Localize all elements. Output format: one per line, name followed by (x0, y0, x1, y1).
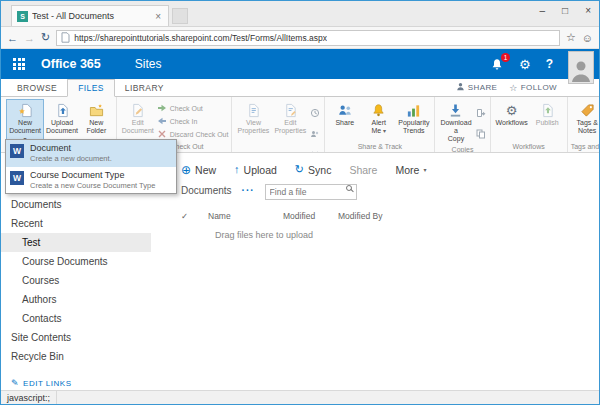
column-header-name[interactable]: Name (208, 211, 283, 221)
share-link[interactable]: SHARE (456, 82, 498, 93)
send-to-icon[interactable] (476, 104, 486, 122)
check-out-button[interactable]: Check Out (157, 103, 229, 114)
browser-status-bar: javascript:; (1, 390, 599, 404)
sidebar-item-authors[interactable]: Authors (1, 290, 151, 309)
column-header-modified-by[interactable]: Modified By (338, 211, 382, 221)
edit-properties-button[interactable]: EditProperties (272, 99, 308, 136)
tab-library[interactable]: LIBRARY (115, 79, 174, 96)
close-button[interactable]: × (585, 5, 591, 16)
search-input[interactable] (265, 184, 357, 200)
sidebar-item-recycle-bin[interactable]: Recycle Bin (1, 347, 151, 366)
edit-properties-icon (283, 102, 298, 118)
workflows-button[interactable]: ⚙ Workflows (494, 99, 530, 128)
edit-links-button[interactable]: ✎ EDIT LINKS (1, 378, 151, 388)
tab-files[interactable]: FILES (67, 79, 115, 97)
tab-title: Test - All Documents (32, 11, 149, 21)
sidebar-item-courses[interactable]: Courses (1, 271, 151, 290)
sidebar-item-recent[interactable]: Recent (1, 214, 151, 233)
version-history-icon[interactable] (310, 104, 320, 122)
url-field[interactable]: https://sharepointtutorials.sharepoint.c… (56, 30, 560, 46)
address-bar: ← → ↻ https://sharepointtutorials.sharep… (1, 27, 599, 49)
sites-link[interactable]: Sites (135, 57, 162, 71)
browser-tab[interactable]: S Test - All Documents × (11, 5, 169, 26)
list-header-row: ✓ Name Modified Modified By (181, 211, 593, 221)
menu-item-course-document-type[interactable]: W Course Document Type Create a new Cour… (6, 167, 176, 194)
view-properties-button[interactable]: ViewProperties (235, 99, 271, 136)
delete-document-icon[interactable] (310, 146, 320, 153)
favorites-star-icon[interactable]: ☆ (566, 31, 576, 44)
shared-with-icon[interactable] (310, 125, 320, 143)
user-avatar[interactable] (568, 51, 594, 84)
sidebar-item-documents[interactable]: Documents (1, 195, 151, 214)
sidebar-item-site-contents[interactable]: Site Contents (1, 328, 151, 347)
minimize-button[interactable]: – (540, 5, 546, 16)
check-in-button[interactable]: Check In (157, 116, 229, 127)
share-toolbar-button[interactable]: Share (349, 164, 377, 176)
sidebar-item-test[interactable]: Test (1, 233, 151, 252)
tab-close-icon[interactable]: × (153, 11, 163, 22)
office365-brand[interactable]: Office 365 (41, 57, 101, 71)
popularity-trends-button[interactable]: PopularityTrends (396, 99, 431, 136)
sync-button[interactable]: ↻ Sync (295, 164, 332, 176)
ribbon-group-tags-notes: Tags &Notes Tags and Notes (568, 97, 599, 152)
publish-button[interactable]: Publish (531, 99, 564, 128)
list-toolbar: ⊕ New ↑ Upload ↻ Sync Share More ▾ (181, 161, 593, 178)
upload-document-button[interactable]: UploadDocument (45, 99, 79, 136)
word-document-icon: W (10, 144, 24, 158)
sidebar-item-contacts[interactable]: Contacts (1, 309, 151, 328)
ribbon-group-copies: Download aCopy Copies (435, 97, 490, 152)
edit-document-button[interactable]: EditDocument (120, 99, 156, 136)
alert-me-button[interactable]: AlertMe ▾ (362, 99, 395, 136)
sidebar-item-course-documents[interactable]: Course Documents (1, 252, 151, 271)
forward-icon[interactable]: → (24, 32, 35, 44)
ribbon-group-workflows: ⚙ Workflows Publish Workflows (491, 97, 568, 152)
menu-item-document[interactable]: W Document Create a new document. (6, 140, 176, 167)
tags-notes-button[interactable]: Tags &Notes (571, 99, 599, 136)
help-icon[interactable]: ? (546, 57, 553, 71)
ribbon-tab-row: BROWSE FILES LIBRARY SHARE ☆ FOLLOW (1, 79, 599, 97)
view-ellipsis-button[interactable]: ··· (242, 185, 255, 196)
document-library-main: ⊕ New ↑ Upload ↻ Sync Share More ▾ (151, 153, 599, 390)
drag-files-hint: Drag files here to upload (215, 230, 593, 240)
download-a-copy-button[interactable]: Download aCopy (438, 99, 473, 144)
follow-link[interactable]: ☆ FOLLOW (509, 83, 557, 93)
new-item-button[interactable]: ⊕ New (181, 164, 216, 176)
url-text: https://sharepointtutorials.sharepoint.c… (74, 33, 327, 43)
new-document-button[interactable]: NewDocument ▾ (6, 99, 44, 144)
search-icon (346, 185, 352, 191)
download-a-copy-icon (448, 102, 463, 118)
manage-copies-icon[interactable] (476, 125, 486, 143)
status-link-text: javascript:; (1, 391, 57, 404)
suite-bar: Office 365 Sites 1 ⚙ ? (1, 49, 599, 79)
back-icon[interactable]: ← (7, 32, 18, 44)
browser-tab-strip: S Test - All Documents × – □ × (1, 1, 599, 27)
group-label-share-track: Share & Track (328, 141, 431, 152)
share-person-icon (456, 82, 465, 93)
tab-browse[interactable]: BROWSE (7, 79, 67, 96)
column-header-modified[interactable]: Modified (283, 211, 338, 221)
maximize-button[interactable]: □ (562, 5, 568, 16)
find-file-search (265, 181, 357, 200)
settings-gear-icon[interactable]: ⚙ (519, 57, 531, 72)
feedback-smiley-icon[interactable]: ☺ (582, 32, 593, 44)
check-out-icon (157, 103, 167, 114)
select-all-checkbox[interactable]: ✓ (181, 211, 208, 221)
upload-button[interactable]: ↑ Upload (234, 164, 277, 176)
current-view-label[interactable]: Documents (181, 185, 232, 196)
upload-document-icon (55, 102, 70, 118)
share-button[interactable]: Share (328, 99, 361, 128)
notifications-bell-icon[interactable]: 1 (490, 58, 504, 71)
group-label-workflows: Workflows (494, 141, 564, 152)
new-document-dropdown-menu: W Document Create a new document. W Cour… (5, 139, 177, 194)
app-launcher-icon[interactable] (13, 58, 25, 70)
more-menu-button[interactable]: More ▾ (395, 164, 426, 176)
share-people-icon (337, 102, 353, 118)
new-folder-button[interactable]: NewFolder (80, 99, 113, 136)
group-label-tags-notes: Tags and Notes (571, 141, 599, 152)
upload-arrow-icon: ↑ (234, 164, 240, 175)
refresh-icon[interactable]: ↻ (41, 31, 50, 44)
group-label-copies: Copies (438, 144, 486, 153)
new-tab-button[interactable] (172, 8, 188, 24)
view-selector-row: Documents ··· (181, 181, 593, 199)
site-favicon: S (17, 11, 28, 22)
